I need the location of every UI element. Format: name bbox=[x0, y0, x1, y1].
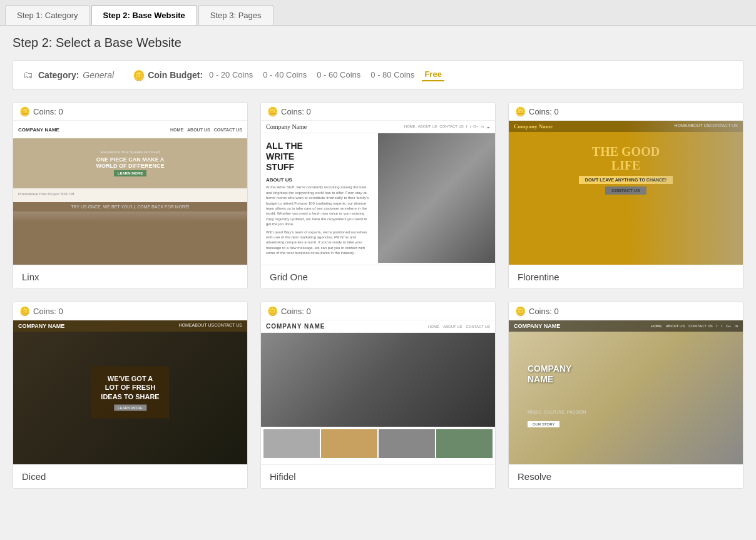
coin-icon-resolve: 🪙 bbox=[515, 306, 525, 316]
card-name-gridone: Grid One bbox=[261, 265, 495, 288]
website-grid: 🪙 Coins: 0 COMPANY NAME HOMEABOUT USCONT… bbox=[13, 102, 743, 489]
card-header-resolve: 🪙 Coins: 0 bbox=[509, 302, 743, 320]
coin-icon-diced: 🪙 bbox=[19, 306, 29, 316]
category-icon: 🗂 bbox=[23, 69, 34, 81]
card-preview-resolve: COMPANY NAME HOMEABOUT USCONTACT USftG+i… bbox=[509, 320, 743, 464]
tab-step3[interactable]: Step 3: Pages bbox=[198, 5, 273, 25]
preview-florentine-inner: Company Name HOMEABOUT USCONTACT US THE … bbox=[509, 121, 743, 265]
card-name-linx: Linx bbox=[13, 265, 247, 288]
coins-florentine: Coins: 0 bbox=[529, 107, 559, 116]
website-card-resolve[interactable]: 🪙 Coins: 0 COMPANY NAME HOMEABOUT USCONT… bbox=[508, 302, 743, 489]
card-preview-florentine: Company Name HOMEABOUT USCONTACT US THE … bbox=[509, 121, 743, 265]
coin-icon-gridone: 🪙 bbox=[267, 106, 277, 116]
preview-hifidel-inner: COMPANY NAME HOMEABOUT USCONTACT US bbox=[261, 320, 495, 464]
coin-icon-hifidel: 🪙 bbox=[267, 306, 277, 316]
card-header-linx: 🪙 Coins: 0 bbox=[13, 103, 247, 121]
preview-linx-inner: COMPANY NAME HOMEABOUT USCONTACT US Exce… bbox=[13, 121, 247, 265]
card-header-gridone: 🪙 Coins: 0 bbox=[261, 103, 495, 121]
tab-step2[interactable]: Step 2: Base Website bbox=[91, 5, 197, 25]
website-card-florentine[interactable]: 🪙 Coins: 0 Company Name HOMEABOUT USCONT… bbox=[508, 102, 743, 289]
card-preview-diced: COMPANY NAME HOMEABOUT USCONTACT US WE'V… bbox=[13, 320, 247, 464]
category-label: Category: bbox=[38, 70, 79, 80]
card-preview-gridone: Company Name HOMEABOUT USCONTACT US ftG+… bbox=[261, 121, 495, 265]
coin-option-0[interactable]: 0 - 20 Coins bbox=[207, 69, 255, 81]
category-value: General bbox=[83, 70, 114, 80]
category-section: 🗂 Category: General bbox=[23, 69, 114, 81]
website-card-diced[interactable]: 🪙 Coins: 0 COMPANY NAME HOMEABOUT USCONT… bbox=[13, 302, 248, 489]
website-card-hifidel[interactable]: 🪙 Coins: 0 COMPANY NAME HOMEABOUT USCONT… bbox=[260, 302, 496, 489]
coin-option-4[interactable]: Free bbox=[422, 68, 444, 81]
coin-option-1[interactable]: 0 - 40 Coins bbox=[260, 69, 309, 81]
coin-icon-florentine: 🪙 bbox=[515, 106, 525, 116]
card-name-hifidel: Hifidel bbox=[261, 464, 495, 488]
preview-gridone-inner: Company Name HOMEABOUT USCONTACT US ftG+… bbox=[261, 121, 495, 265]
card-name-resolve: Resolve bbox=[509, 464, 743, 488]
coins-resolve: Coins: 0 bbox=[529, 307, 559, 316]
preview-resolve-inner: COMPANY NAME HOMEABOUT USCONTACT USftG+i… bbox=[509, 320, 743, 464]
card-preview-linx: COMPANY NAME HOMEABOUT USCONTACT US Exce… bbox=[13, 121, 247, 265]
budget-label: Coin Budget: bbox=[148, 70, 203, 80]
coin-option-3[interactable]: 0 - 80 Coins bbox=[368, 69, 417, 81]
card-header-hifidel: 🪙 Coins: 0 bbox=[261, 302, 495, 320]
filter-bar: 🗂 Category: General 🪙 Coin Budget: 0 - 2… bbox=[13, 60, 743, 89]
website-card-gridone[interactable]: 🪙 Coins: 0 Company Name HOMEABOUT USCONT… bbox=[260, 102, 496, 289]
card-name-florentine: Florentine bbox=[509, 265, 743, 288]
card-header-florentine: 🪙 Coins: 0 bbox=[509, 103, 743, 121]
website-card-linx[interactable]: 🪙 Coins: 0 COMPANY NAME HOMEABOUT USCONT… bbox=[13, 102, 248, 289]
tabs-bar: Step 1: Category Step 2: Base Website St… bbox=[0, 0, 756, 26]
budget-section: 🪙 Coin Budget: 0 - 20 Coins 0 - 40 Coins… bbox=[133, 68, 444, 81]
coins-gridone: Coins: 0 bbox=[281, 107, 311, 116]
coins-hifidel: Coins: 0 bbox=[281, 307, 311, 316]
card-name-diced: Diced bbox=[13, 464, 247, 488]
tab-step1[interactable]: Step 1: Category bbox=[5, 5, 90, 25]
coin-icon-linx: 🪙 bbox=[19, 106, 29, 116]
budget-icon: 🪙 bbox=[133, 69, 144, 81]
preview-diced-inner: COMPANY NAME HOMEABOUT USCONTACT US WE'V… bbox=[13, 320, 247, 464]
coins-diced: Coins: 0 bbox=[33, 307, 63, 316]
page-title: Step 2: Select a Base Website bbox=[13, 36, 743, 50]
coins-linx: Coins: 0 bbox=[33, 107, 63, 116]
page-content: Step 2: Select a Base Website 🗂 Category… bbox=[0, 26, 756, 499]
card-preview-hifidel: COMPANY NAME HOMEABOUT USCONTACT US bbox=[261, 320, 495, 464]
coin-options: 0 - 20 Coins 0 - 40 Coins 0 - 60 Coins 0… bbox=[207, 68, 444, 81]
card-header-diced: 🪙 Coins: 0 bbox=[13, 302, 247, 320]
coin-option-2[interactable]: 0 - 60 Coins bbox=[314, 69, 363, 81]
